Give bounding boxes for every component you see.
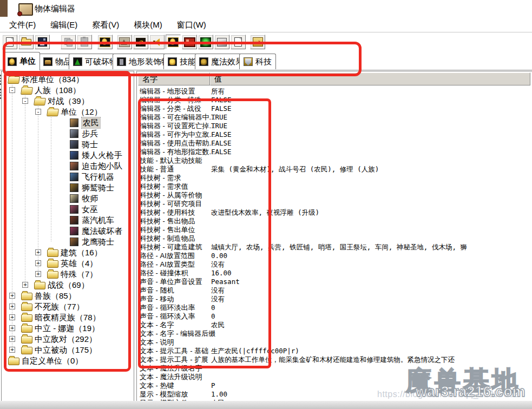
tab-单位[interactable]: 单位 [3,52,40,70]
campaign-editor-button[interactable] [182,35,197,49]
property-row[interactable]: 编辑器 - 可作为中立敌...FALSE [137,130,531,139]
ai-editor-button[interactable] [198,35,213,49]
property-row[interactable]: 文本 - 名字农民 [137,321,531,329]
property-row[interactable]: 路径 - 碰撞体积16.00 [137,269,531,278]
column-header-name[interactable]: 名字 [138,72,210,85]
tree-item-英雄（4）[interactable]: +英雄（4） [2,258,134,269]
tree-item-建筑（16）[interactable]: +建筑（16） [2,247,134,258]
property-row[interactable]: 编辑器 - 分类 - 特殊FALSE [137,96,531,104]
property-panel[interactable]: 名字 值 编辑器 - 地形设置所有编辑器 - 分类 - 特殊FALSE编辑器 -… [136,71,532,401]
menu-item-3[interactable]: 模块(M) [134,20,162,30]
open-map-button[interactable] [18,35,34,49]
tree-item-label: 骑士 [82,139,98,150]
tree-item-不死族（77）[interactable]: +不死族（77） [2,301,134,312]
tree-item-自定义单位（0）[interactable]: 自定义单位（0） [2,355,134,366]
sound-editor-button[interactable] [149,35,165,49]
tab-科技[interactable]: 科技 [239,54,276,69]
tree-item-中立被动（175）[interactable]: +中立被动（175） [2,345,134,355]
property-row[interactable]: 编辑器 - 地形设置所有 [137,87,531,96]
collapse-minus-icon[interactable]: - [9,87,15,93]
tree-item-特殊（7）[interactable]: +特殊（7） [2,269,134,280]
tree-item-骑士[interactable]: 骑士 [2,139,134,150]
property-row[interactable]: 编辑器 - 有地形指定数...FALSE [137,148,531,156]
property-row[interactable]: 文本 - 名字 - 编辑器后缀 [137,329,531,338]
tree-item-人族（108）[interactable]: -人族（108） [2,85,134,96]
tree-item-女巫[interactable]: 女巫 [2,204,134,215]
menu-item-4[interactable]: 窗口(W) [177,20,206,30]
import-manager-button[interactable] [231,35,246,49]
menu-item-0[interactable]: 文件(F) [9,20,36,30]
collapse-minus-icon[interactable]: - [35,109,41,115]
save-map-button[interactable] [35,35,50,49]
tree-item-牧师[interactable]: 牧师 [2,193,134,204]
copy-button[interactable] [61,35,76,49]
expand-plus-icon[interactable]: + [35,249,41,255]
property-row[interactable]: 声音 - 移动没有 [137,295,531,304]
expand-plus-icon[interactable]: + [9,336,15,342]
property-row[interactable]: 科技树 - 售出物品 [137,217,531,226]
menu-item-1[interactable]: 编辑(E) [50,20,77,30]
new-map-button[interactable] [2,35,17,49]
expand-plus-icon[interactable]: + [22,282,28,288]
property-row[interactable]: 科技树 - 售出单位 [137,226,531,234]
property-row[interactable]: 声音 - 单位声音设置Peasant [137,278,531,286]
expand-plus-icon[interactable]: + [35,271,41,277]
expand-plus-icon[interactable]: + [9,293,15,299]
property-row[interactable]: 声音 - 随机没有 [137,286,531,295]
property-row[interactable]: 文本 - 提示工具 - 基础生产农民(|cffffcc00P|r) [137,347,531,355]
property-row[interactable]: 编辑器 - 使用点击帮助...FALSE [137,139,531,148]
object-manager-button[interactable] [214,35,229,49]
tree-item-战役（69）[interactable]: +战役（69） [2,280,134,291]
property-row[interactable]: 技能 - 普通采集 (黄金和木材), 战斗号召 (农民), 修理 (人族) [137,165,531,174]
tree-item-农民[interactable]: 农民 [2,117,134,128]
tree-item-暗夜精灵族（78）[interactable]: +暗夜精灵族（78） [2,312,134,323]
unit-tree-panel[interactable]: 标准单位（834）-人族（108）-对战（39）-单位（12）农民步兵骑士矮人火… [1,71,134,401]
tree-item-步兵[interactable]: 步兵 [2,128,134,139]
property-row[interactable]: 路径 - AI放置范围0.00 [137,252,531,260]
tree-item-标准单位（834）[interactable]: 标准单位（834） [2,74,134,85]
property-row[interactable]: 科技树 - 使用科技改进型伐木效率, 夜视浮雕 (升级) [137,208,531,217]
property-row[interactable]: 编辑器 - 可设置死亡掉...TRUE [137,122,531,130]
expand-plus-icon[interactable]: + [9,304,15,309]
unit-palette-button[interactable] [97,35,113,49]
tree-item-兽族（85）[interactable]: +兽族（85） [2,291,134,301]
tree-item-中立敌对（292）[interactable]: +中立敌对（292） [2,334,134,345]
tree-item-魔法破坏者[interactable]: 魔法破坏者 [2,226,134,236]
tree-item-迫击炮小队[interactable]: 迫击炮小队 [2,161,134,171]
property-row[interactable]: 技能 - 默认主动技能 [137,156,531,165]
tree-item-label: 中立 - 娜迦（19） [35,323,100,334]
property-row[interactable]: 声音 - 循环淡入率0 [137,312,531,321]
test-map-button[interactable]: → [250,35,265,49]
tree-item-中立 - 娜迦（19）[interactable]: +中立 - 娜迦（19） [2,323,134,334]
tree-item-单位（12）[interactable]: -单位（12） [2,107,134,117]
object-editor-button[interactable] [166,35,181,49]
property-row[interactable]: 科技树 - 需求值 [137,182,531,191]
tree-item-飞行机器[interactable]: 飞行机器 [2,171,134,182]
property-row[interactable]: 声音 - 循环淡出率0 [137,304,531,312]
property-row[interactable]: 科技树 - 可研究项目 [137,200,531,208]
menu-item-2[interactable]: 察看(V) [92,20,119,30]
tree-item-对战（39）[interactable]: -对战（39） [2,96,134,107]
tree-item-矮人火枪手[interactable]: 矮人火枪手 [2,150,134,161]
script-editor-button[interactable]: a [133,35,148,49]
property-row[interactable]: 编辑器 - 可在编辑器中...TRUE [137,113,531,122]
terrain-editor-button[interactable] [117,35,132,49]
property-row[interactable]: 编辑器 - 分类 - 战役FALSE [137,104,531,113]
property-row[interactable]: 路径 - AI放置类型没有 [137,260,531,269]
tree-item-狮鹫骑士[interactable]: 狮鹫骑士 [2,182,134,193]
expand-plus-icon[interactable]: + [35,260,41,266]
column-header-value[interactable]: 值 [210,72,530,85]
paste-button[interactable] [77,35,92,49]
property-row[interactable]: 科技树 - 从属等价物 [137,191,531,200]
property-row[interactable]: 文本 - 提示工具 - 扩展人族的基本工作单位，能采集金矿和木材还能建造和修理建… [137,355,531,364]
tree-item-龙鹰骑士[interactable]: 龙鹰骑士 [2,236,134,247]
expand-plus-icon[interactable]: + [9,314,15,320]
property-row[interactable]: 文本 - 说明 [137,338,531,347]
property-row[interactable]: 科技树 - 需求 [137,174,531,182]
property-row[interactable]: 科技树 - 制造物品 [137,234,531,243]
expand-plus-icon[interactable]: + [9,325,15,331]
property-row[interactable]: 科技树 - 可建造建筑城镇大厅, 农场, 兵营, 铁匠铺, 哨塔, 国王祭坛, … [137,243,531,252]
tree-item-蒸汽机车[interactable]: 蒸汽机车 [2,215,134,226]
expand-plus-icon[interactable]: + [9,347,15,353]
collapse-minus-icon[interactable]: - [22,98,28,104]
